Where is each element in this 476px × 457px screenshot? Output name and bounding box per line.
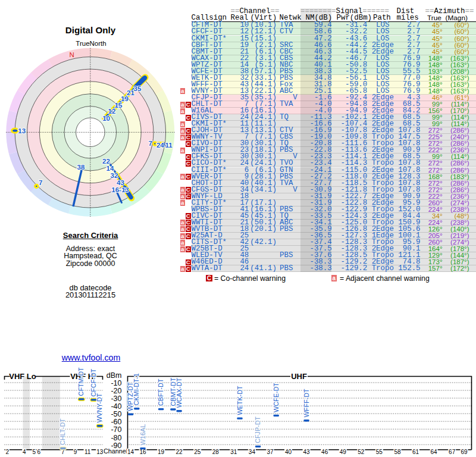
svg-text:67: 67 <box>449 449 456 455</box>
svg-text:WCFE-DT: WCFE-DT <box>273 383 280 412</box>
svg-text:Channel: Channel <box>104 447 127 455</box>
svg-text:69: 69 <box>461 449 468 455</box>
svg-text:38: 38 <box>77 164 85 171</box>
svg-text:15: 15 <box>115 102 123 109</box>
svg-text:-30: -30 <box>111 395 121 403</box>
svg-text:-40: -40 <box>111 402 121 411</box>
svg-text:52: 52 <box>358 449 365 455</box>
svg-text:28: 28 <box>212 449 220 455</box>
svg-text:40: 40 <box>285 449 292 455</box>
svg-text:6: 6 <box>37 449 40 455</box>
svg-text:WFFF-DT: WFFF-DT <box>303 389 310 417</box>
svg-text:16-13: 16-13 <box>111 186 129 193</box>
svg-text:CHLT-DT: CHLT-DT <box>60 418 67 445</box>
svg-text:7: 7 <box>148 140 152 147</box>
svg-text:CFJP-DT: CFJP-DT <box>254 416 261 443</box>
svg-text:5: 5 <box>32 449 36 455</box>
svg-text:-10: -10 <box>111 379 121 387</box>
svg-text:-20: -20 <box>111 387 121 395</box>
svg-text:4: 4 <box>23 449 26 455</box>
svg-text:-50: -50 <box>111 410 121 418</box>
svg-text:13: 13 <box>18 127 26 134</box>
svg-text:31: 31 <box>230 449 237 455</box>
svg-text:UHF: UHF <box>291 372 307 381</box>
svg-text:22: 22 <box>176 449 183 455</box>
svg-text:14: 14 <box>127 449 134 455</box>
svg-text:CFTM-DT: CFTM-DT <box>77 367 84 396</box>
svg-text:WVNY-DT: WVNY-DT <box>96 393 103 422</box>
svg-text:11: 11 <box>84 449 91 455</box>
svg-text:19: 19 <box>158 449 165 455</box>
svg-text:-80: -80 <box>111 434 121 442</box>
svg-text:35: 35 <box>134 85 142 92</box>
svg-text:43: 43 <box>303 449 311 455</box>
svg-text:14: 14 <box>107 165 114 172</box>
svg-text:58: 58 <box>394 449 401 455</box>
svg-text:10: 10 <box>102 115 110 122</box>
svg-text:11: 11 <box>165 142 173 149</box>
svg-text:WCAX-DT: WCAX-DT <box>176 378 183 408</box>
svg-text:-70: -70 <box>111 425 121 434</box>
svg-text:7: 7 <box>39 179 42 186</box>
svg-text:-60: -60 <box>111 418 121 426</box>
svg-text:CKMI-DT-1: CKMI-DT-1 <box>133 373 140 405</box>
svg-text:49: 49 <box>340 449 347 455</box>
svg-text:34: 34 <box>249 449 256 455</box>
svg-text:CFCF-DT: CFCF-DT <box>90 368 97 396</box>
svg-text:13: 13 <box>96 449 104 455</box>
svg-text:64: 64 <box>431 449 438 455</box>
svg-text:32: 32 <box>111 172 118 179</box>
svg-text:55: 55 <box>376 449 383 455</box>
svg-text:12: 12 <box>108 108 116 115</box>
svg-text:2: 2 <box>6 449 10 455</box>
svg-text:25: 25 <box>194 449 201 455</box>
svg-text:61: 61 <box>412 449 419 455</box>
svg-text:WETK-DT: WETK-DT <box>236 386 243 415</box>
svg-text:43: 43 <box>117 179 124 186</box>
svg-text:46: 46 <box>321 449 328 455</box>
svg-text:24: 24 <box>156 142 164 149</box>
svg-text:9: 9 <box>74 449 77 455</box>
svg-text:VHF Lo: VHF Lo <box>9 372 36 381</box>
svg-text:22: 22 <box>102 158 110 165</box>
svg-text:CBFT-DT: CBFT-DT <box>157 378 164 406</box>
svg-text:16: 16 <box>139 449 146 455</box>
svg-text:37: 37 <box>267 449 274 455</box>
svg-text:dBm: dBm <box>107 371 122 380</box>
svg-text:W16AL: W16AL <box>139 424 146 445</box>
